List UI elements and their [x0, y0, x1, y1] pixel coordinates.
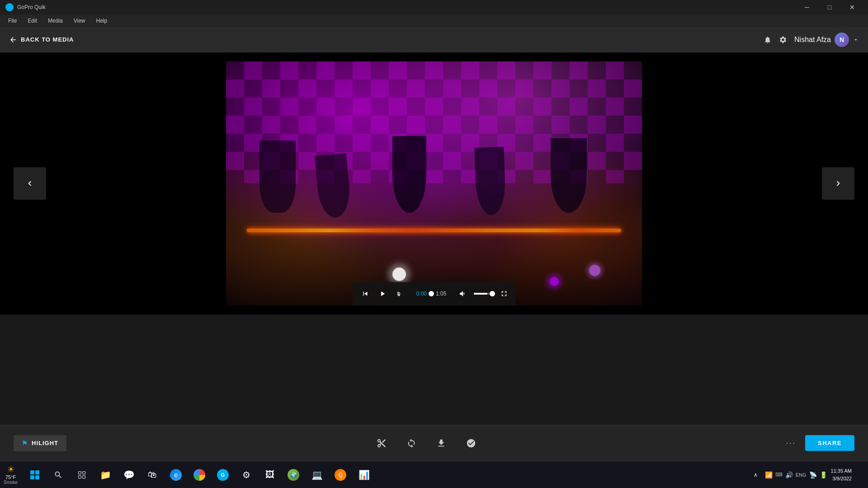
video-wrapper: 0:00 1:05 [0, 52, 868, 314]
volume-tray-icon: 🔊 [785, 471, 793, 479]
clock-date: 3/9/2022 [831, 475, 852, 483]
settings-app-button[interactable]: ⚙ [236, 464, 257, 486]
export-button[interactable] [433, 435, 449, 451]
fullscreen-button[interactable] [499, 287, 509, 300]
titlebar-left: GoPro Quik [5, 3, 46, 11]
edge-button[interactable]: e [165, 464, 187, 486]
tray-expand-button[interactable]: ∧ [750, 469, 762, 481]
options-button[interactable] [463, 435, 479, 451]
gopro-button[interactable]: G [212, 464, 234, 486]
close-button[interactable]: ✕ [842, 0, 863, 14]
clock-widget[interactable]: 11:35 AM 3/9/2022 [831, 467, 852, 482]
search-icon [54, 470, 63, 479]
taskbar-left: ☀ 75°F Smoke 📁 [4, 464, 375, 486]
menu-bar: File Edit Media View Help [0, 14, 868, 27]
back-arrow-icon [9, 36, 17, 44]
options-icon [466, 438, 476, 448]
svg-rect-5 [83, 471, 85, 474]
prev-arrow-icon [25, 178, 35, 188]
clock-time: 11:35 AM [831, 467, 852, 475]
top-nav: BACK TO MEDIA Nishat Afza N [0, 27, 868, 52]
battery-icon: 🔋 [820, 471, 827, 479]
temperature: 75°F [5, 474, 16, 480]
avatar: N [835, 33, 849, 47]
notification-button[interactable] [764, 36, 772, 44]
tray-signal: 📶 [765, 471, 773, 479]
figure-3 [392, 136, 426, 213]
scissors-icon [377, 438, 387, 448]
gear-icon [779, 36, 787, 44]
fullscreen-icon [500, 290, 508, 298]
export-icon [436, 438, 446, 448]
svg-rect-0 [30, 470, 34, 474]
chrome-button[interactable] [189, 464, 210, 486]
task-view-button[interactable] [71, 464, 93, 486]
svg-rect-6 [79, 475, 81, 478]
menu-help[interactable]: Help [92, 16, 112, 26]
analytics-button[interactable]: 📊 [353, 464, 375, 486]
led-strip [247, 229, 621, 232]
figure-5 [551, 138, 587, 213]
svg-rect-4 [79, 471, 81, 474]
share-button[interactable]: SHARE [805, 435, 854, 451]
topnav-right: Nishat Afza N [764, 33, 859, 47]
dev-button[interactable]: 💻 [306, 464, 328, 486]
system-tray: ∧ 📶 ⌨ 🔊 ENG 📡 🔋 [750, 469, 827, 481]
app-logo [5, 3, 14, 11]
start-button[interactable] [24, 464, 46, 486]
maximize-button[interactable]: □ [819, 0, 840, 14]
next-arrow-icon [833, 178, 843, 188]
store-button[interactable]: 🛍 [142, 464, 163, 486]
keyboard-icon: ⌨ [775, 472, 783, 478]
video-frame[interactable]: 0:00 1:05 [226, 61, 642, 305]
loop-button[interactable] [403, 435, 420, 451]
browser2-button[interactable]: 🌍 [283, 464, 304, 486]
taskbar-right: ∧ 📶 ⌨ 🔊 ENG 📡 🔋 11:35 AM 3/9/2022 [750, 464, 864, 486]
taskbar: ☀ 75°F Smoke 📁 [0, 461, 868, 488]
more-button[interactable]: ··· [786, 439, 796, 447]
skip-forward-icon [396, 290, 404, 298]
total-time: 1:05 [436, 291, 452, 297]
next-button[interactable] [822, 167, 854, 200]
hilight-icon: ⚑ [22, 440, 28, 447]
menu-edit[interactable]: Edit [23, 16, 42, 26]
floor-light-1 [392, 267, 406, 281]
play-button[interactable] [376, 287, 389, 300]
photos-button[interactable]: 🖼 [259, 464, 281, 486]
weather-widget: ☀ 75°F Smoke [4, 465, 18, 485]
loop-icon [406, 438, 416, 448]
wifi-icon: 📡 [809, 471, 817, 479]
file-explorer-button[interactable]: 📁 [94, 464, 116, 486]
volume-button[interactable] [457, 287, 469, 300]
settings-button[interactable] [779, 36, 787, 44]
username: Nishat Afza [794, 36, 831, 44]
bottom-toolbar: ⚑ HILIGHT ··· SHARE [0, 425, 868, 461]
menu-file[interactable]: File [4, 16, 21, 26]
chat-button[interactable]: 💬 [118, 464, 140, 486]
menu-media[interactable]: Media [43, 16, 67, 26]
rewind-icon [361, 290, 369, 298]
current-time: 0:00 [410, 291, 427, 297]
rewind-button[interactable] [359, 287, 372, 300]
volume-bar[interactable] [474, 293, 495, 295]
bell-icon [764, 36, 772, 44]
back-to-media-button[interactable]: BACK TO MEDIA [9, 36, 74, 44]
hilight-button[interactable]: ⚑ HILIGHT [14, 435, 66, 451]
weather-icon: ☀ [7, 465, 14, 474]
video-controls: 0:00 1:05 [353, 282, 515, 305]
user-profile[interactable]: Nishat Afza N [794, 33, 859, 47]
menu-view[interactable]: View [69, 16, 90, 26]
toolbar-center [373, 435, 479, 451]
show-desktop-button[interactable] [855, 464, 864, 486]
cut-button[interactable] [373, 435, 390, 451]
skip-forward-button[interactable] [393, 287, 406, 300]
query-button[interactable]: Q [330, 464, 351, 486]
volume-icon [459, 290, 467, 298]
minimize-button[interactable]: ─ [797, 0, 817, 14]
toolbar-right: ··· SHARE [786, 435, 854, 451]
search-button[interactable] [47, 464, 69, 486]
svg-rect-2 [30, 475, 34, 479]
prev-button[interactable] [14, 167, 46, 200]
svg-rect-7 [83, 475, 85, 478]
figure-1 [259, 141, 296, 213]
